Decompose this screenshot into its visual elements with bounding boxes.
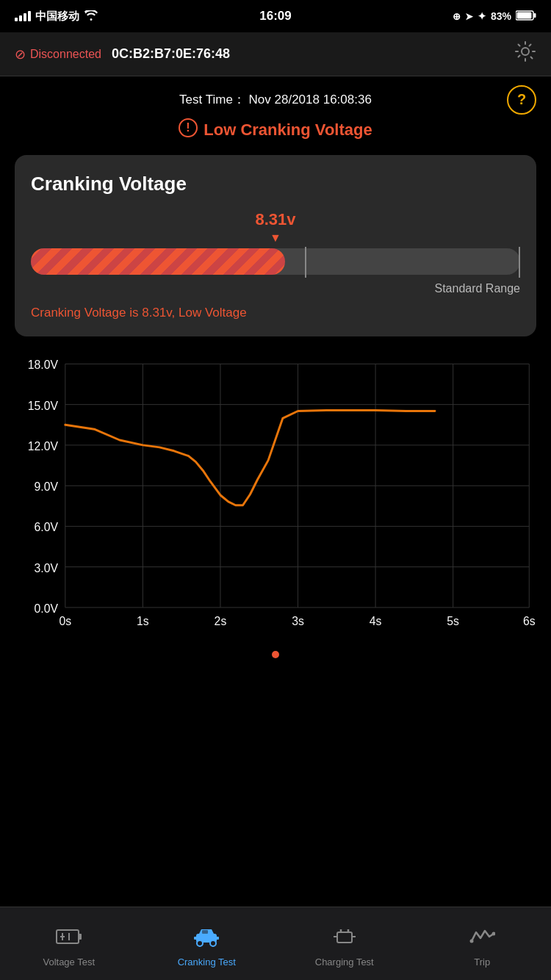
svg-point-50 (470, 939, 474, 943)
voltage-value: 8.31v (31, 210, 520, 229)
mac-address: 0C:B2:B7:0E:76:48 (112, 46, 230, 62)
status-time: 16:09 (259, 9, 291, 24)
svg-rect-42 (194, 937, 197, 940)
battery-percent: 83% (491, 10, 511, 22)
svg-text:0s: 0s (59, 615, 71, 627)
status-bar: 中国移动 16:09 ⊕ ➤ ✦ 83% (0, 0, 551, 32)
carrier-label: 中国移动 (35, 10, 79, 24)
bluetooth-icon: ✦ (478, 10, 486, 22)
svg-rect-1 (533, 13, 536, 18)
cranking-voltage-card: Cranking Voltage 8.31v ▼ Standard Range … (15, 155, 536, 336)
plug-tab-icon (331, 926, 358, 952)
svg-rect-34 (57, 930, 79, 943)
tab-voltage-label: Voltage Test (43, 956, 95, 968)
test-time-row: Test Time： Nov 28/2018 16:08:36 ? (0, 76, 551, 114)
disconnected-label: Disconnected (30, 48, 101, 61)
connection-status: ⊘ Disconnected 0C:B2:B7:0E:76:48 (15, 46, 230, 62)
battery-tab-icon (56, 926, 82, 952)
test-time-label: Test Time： Nov 28/2018 16:08:36 (179, 91, 372, 108)
tab-voltage-test[interactable]: Voltage Test (0, 920, 138, 968)
help-button[interactable]: ? (507, 85, 536, 115)
svg-text:6.0V: 6.0V (34, 521, 58, 533)
header: ⊘ Disconnected 0C:B2:B7:0E:76:48 (0, 32, 551, 76)
svg-text:2s: 2s (215, 615, 227, 627)
disconnect-icon: ⊘ (15, 46, 26, 62)
svg-point-41 (210, 940, 216, 946)
svg-text:1s: 1s (137, 615, 149, 627)
svg-text:3.0V: 3.0V (34, 562, 58, 574)
signal-icon (15, 11, 31, 21)
svg-text:12.0V: 12.0V (28, 440, 59, 453)
standard-marker-right (519, 247, 520, 278)
car-tab-icon (192, 926, 221, 952)
svg-point-40 (197, 940, 203, 946)
status-left: 中国移动 (15, 10, 98, 24)
svg-rect-43 (216, 937, 219, 940)
svg-text:18.0V: 18.0V (28, 359, 59, 371)
alert-row: ! Low Cranking Voltage (0, 114, 551, 155)
status-right: ⊕ ➤ ✦ 83% (453, 10, 536, 23)
location-icon: ⊕ (453, 11, 461, 22)
gps-icon: ➤ (465, 11, 473, 22)
svg-text:3s: 3s (292, 615, 304, 627)
tab-cranking-label: Cranking Test (178, 956, 236, 968)
voltage-arrow: ▼ (31, 232, 520, 244)
battery-icon (516, 10, 536, 23)
test-time-value: Nov 28/2018 16:08:36 (249, 93, 372, 107)
svg-text:15.0V: 15.0V (28, 400, 59, 412)
tab-bar: Voltage Test Cranking Test (0, 907, 551, 980)
voltage-chart: 18.0V 15.0V 12.0V 9.0V 6.0V 3.0V 0.0V (0, 351, 544, 638)
alert-icon: ! (179, 118, 198, 142)
standard-range-label: Standard Range (31, 282, 520, 295)
voltage-progress-bar (31, 248, 520, 275)
svg-text:6s: 6s (523, 615, 536, 627)
chart-svg: 18.0V 15.0V 12.0V 9.0V 6.0V 3.0V 0.0V (0, 351, 544, 638)
progress-fill (31, 248, 285, 275)
svg-text:!: ! (187, 121, 190, 134)
card-status-text: Cranking Voltage is 8.31v, Low Voltage (31, 306, 520, 320)
svg-text:4s: 4s (370, 615, 382, 627)
card-title: Cranking Voltage (31, 173, 520, 195)
svg-text:9.0V: 9.0V (34, 480, 58, 493)
tab-charging-test[interactable]: Charging Test (276, 920, 414, 968)
tab-cranking-test[interactable]: Cranking Test (138, 920, 276, 968)
svg-rect-2 (516, 12, 531, 18)
page-dot-active (272, 651, 279, 658)
wifi-icon (84, 10, 98, 23)
standard-marker-left (305, 247, 306, 278)
wave-tab-icon (469, 926, 495, 952)
tab-trip[interactable]: Trip (414, 920, 552, 968)
svg-text:0.0V: 0.0V (34, 602, 58, 615)
page-indicator (0, 645, 551, 661)
svg-point-3 (522, 48, 529, 55)
tab-charging-label: Charging Test (315, 956, 374, 968)
svg-text:5s: 5s (447, 615, 459, 627)
svg-rect-35 (79, 934, 82, 940)
alert-text: Low Cranking Voltage (204, 120, 372, 140)
tab-trip-label: Trip (474, 956, 490, 968)
main-content: Test Time： Nov 28/2018 16:08:36 ? ! Low … (0, 76, 551, 661)
svg-rect-45 (337, 932, 352, 943)
settings-icon[interactable] (514, 40, 536, 68)
svg-rect-44 (202, 930, 208, 934)
